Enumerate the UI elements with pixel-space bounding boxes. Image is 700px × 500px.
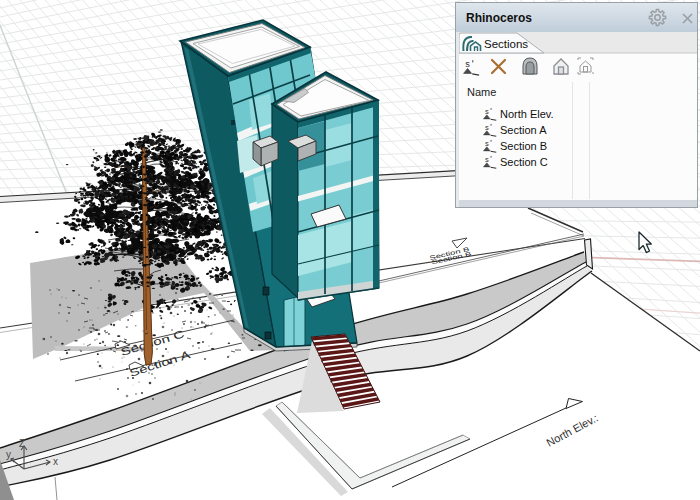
svg-text:s: s — [485, 155, 489, 164]
svg-text:Section B: Section B — [500, 140, 547, 152]
svg-text:y: y — [6, 449, 11, 460]
svg-text:Name: Name — [467, 86, 496, 98]
svg-text:Z: Z — [19, 438, 25, 449]
svg-text:Sections: Sections — [484, 38, 528, 50]
svg-text:Section C: Section C — [500, 156, 548, 168]
svg-text:x: x — [53, 456, 58, 467]
svg-text:North Elev.: North Elev. — [500, 108, 554, 120]
svg-text:Section A: Section A — [500, 124, 547, 136]
svg-text:s: s — [485, 139, 489, 148]
svg-text:s: s — [465, 59, 470, 69]
svg-text:s: s — [485, 123, 489, 132]
svg-text:Rhinoceros: Rhinoceros — [466, 11, 532, 25]
svg-text:s: s — [485, 107, 489, 116]
